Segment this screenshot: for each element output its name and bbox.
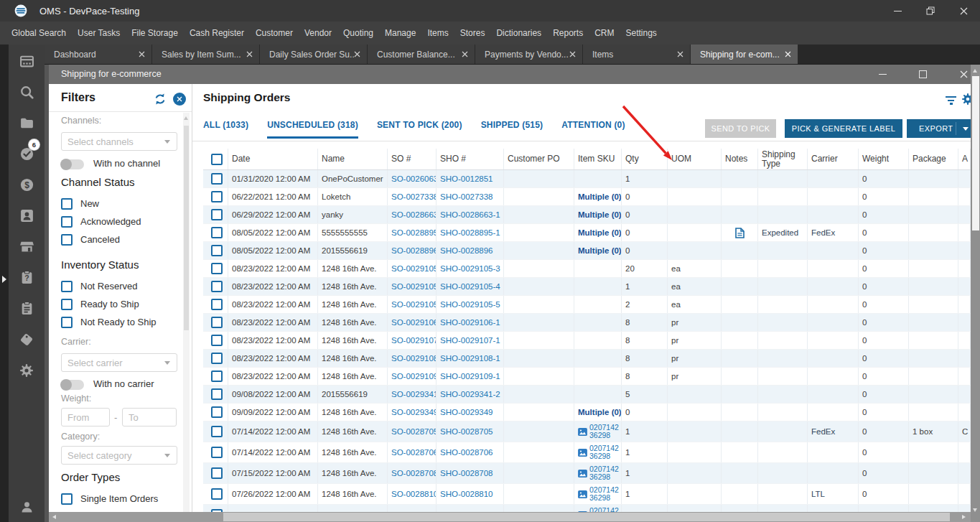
scroll-right-icon[interactable] — [962, 515, 966, 519]
menu-user-tasks[interactable]: User Tasks — [78, 28, 120, 38]
cell-sho-link-text[interactable]: SHO-0029341-2 — [440, 390, 500, 399]
col-package[interactable]: Package — [909, 149, 958, 169]
row-checkbox[interactable] — [211, 426, 223, 437]
cell-so-link-text[interactable]: SO-0028663 — [391, 210, 437, 219]
row-checkbox[interactable] — [211, 447, 223, 458]
cell-so-link-text[interactable]: SO-0029107 — [391, 336, 437, 345]
no-carrier-toggle[interactable] — [61, 380, 84, 390]
sku-image-link[interactable]: 020714236298 — [578, 424, 619, 439]
menu-quoting[interactable]: Quoting — [343, 28, 373, 38]
menu-crm[interactable]: CRM — [594, 28, 614, 38]
row-checkbox[interactable] — [211, 299, 223, 310]
row-checkbox[interactable] — [211, 353, 223, 364]
row-checkbox[interactable] — [211, 488, 223, 500]
sku-number[interactable]: 020714236298 — [589, 486, 619, 502]
row-checkbox[interactable] — [211, 388, 223, 400]
tab-close-icon[interactable] — [246, 50, 253, 60]
sku-image-icon[interactable] — [578, 490, 587, 498]
sku-number[interactable]: 020714236298 — [589, 424, 619, 439]
sku-multiple-link[interactable]: Multiple (0) — [578, 228, 622, 237]
row-checkbox[interactable] — [211, 227, 223, 238]
sku-number[interactable]: 020714236298 — [589, 444, 619, 460]
col-shipping-type[interactable]: Shipping Type — [758, 149, 808, 169]
cell-so-link-text[interactable]: SO-0028705 — [391, 427, 437, 436]
clipboard-question-icon[interactable]: ? — [9, 262, 45, 293]
refresh-filters-icon[interactable] — [154, 93, 167, 106]
row-checkbox[interactable] — [211, 281, 223, 292]
checkbox-single-item-orders[interactable] — [61, 493, 73, 505]
inner-maximize-icon[interactable] — [914, 65, 931, 84]
cell-sho-link-text[interactable]: SHO-0029106-1 — [440, 318, 500, 327]
checkbox-new[interactable] — [61, 198, 73, 210]
checkbox-not-reserved[interactable] — [61, 281, 73, 292]
col-qty[interactable]: Qty — [622, 149, 668, 169]
cell-sho-link-text[interactable]: SHO-0028705 — [440, 427, 493, 436]
menu-vendor[interactable]: Vendor — [304, 28, 332, 38]
sku-image-icon[interactable] — [578, 428, 587, 436]
cell-sho-link-text[interactable]: SHO-0012851 — [440, 174, 493, 183]
export-dropdown-icon[interactable] — [963, 127, 969, 131]
tab-items[interactable]: Items — [583, 45, 691, 64]
cell-so-link-text[interactable]: SO-0029106 — [391, 318, 437, 327]
col-date[interactable]: Date — [228, 149, 318, 169]
tab-daily-sales-order-su[interactable]: Daily Sales Order Su... — [260, 45, 368, 64]
inner-close-icon[interactable] — [955, 65, 971, 84]
sku-image-link[interactable]: 020714236298 — [578, 465, 619, 481]
cell-sho-link-text[interactable]: SHO-0028896 — [440, 246, 493, 255]
scroll-left-icon[interactable] — [52, 515, 56, 519]
row-checkbox[interactable] — [211, 263, 223, 274]
scroll-up-icon[interactable] — [184, 116, 188, 120]
menu-global-search[interactable]: Global Search — [11, 28, 66, 38]
cell-sho-link-text[interactable]: SHO-0029109-1 — [440, 372, 500, 381]
weight-from-input[interactable] — [61, 408, 110, 427]
menu-manage[interactable]: Manage — [385, 28, 416, 38]
col-so[interactable]: SO # — [388, 149, 437, 169]
tab-payments-by-vendo[interactable]: Payments by Vendo... — [475, 45, 583, 64]
cell-sho-link-text[interactable]: SHO-0029107-1 — [440, 336, 500, 345]
expand-panel-icon[interactable] — [2, 276, 6, 283]
sku-number[interactable]: 020714236298 — [589, 507, 619, 512]
menu-customer[interactable]: Customer — [256, 28, 293, 38]
menu-dictionaries[interactable]: Dictionaries — [496, 28, 541, 38]
checkbox-ready-to-ship[interactable] — [61, 299, 73, 310]
col-notes[interactable]: Notes — [722, 149, 758, 169]
menu-settings[interactable]: Settings — [625, 28, 656, 38]
menu-stores[interactable]: Stores — [460, 28, 485, 38]
tab-close-icon[interactable] — [354, 50, 360, 60]
cell-so-link-text[interactable]: SO-0029109 — [391, 372, 437, 381]
filters-scrollbar-thumb[interactable] — [184, 126, 189, 330]
row-checkbox[interactable] — [211, 245, 223, 256]
cell-so-link-text[interactable]: SO-0028895 — [391, 228, 437, 237]
cell-sho-link-text[interactable]: SHO-0029349 — [440, 408, 493, 416]
no-channel-toggle[interactable] — [61, 159, 84, 169]
status-tab-all-1033[interactable]: ALL (1033) — [203, 120, 248, 139]
row-checkbox[interactable] — [211, 317, 223, 328]
export-button[interactable]: EXPORT — [907, 119, 971, 138]
inner-minimize-icon[interactable] — [874, 65, 891, 84]
col-uom[interactable]: UOM — [668, 149, 722, 169]
sku-image-link[interactable]: 020714236298 — [578, 444, 619, 460]
cell-so-link-text[interactable]: SO-0028896 — [391, 246, 437, 255]
vertical-scrollbar-thumb[interactable] — [972, 76, 979, 230]
tab-customer-balance[interactable]: Customer Balance... — [368, 45, 475, 64]
checkbox-acknowledged[interactable] — [61, 216, 73, 228]
checkbox-not-ready-to-ship[interactable] — [61, 317, 73, 328]
restore-icon[interactable] — [914, 0, 947, 22]
col-weight[interactable]: Weight — [859, 149, 909, 169]
row-checkbox[interactable] — [211, 370, 223, 382]
col-sho[interactable]: SHO # — [437, 149, 504, 169]
cell-so-link-text[interactable]: SO-0029341 — [391, 390, 437, 399]
sku-image-icon[interactable] — [578, 449, 587, 457]
tab-close-icon[interactable] — [677, 50, 683, 60]
close-icon[interactable] — [947, 0, 980, 22]
scroll-down-icon[interactable] — [973, 508, 977, 512]
cell-so-link-text[interactable]: SO-0028810 — [391, 490, 437, 498]
cell-so-link-text[interactable]: SO-0026063 — [391, 174, 437, 183]
cell-so-link-text[interactable]: SO-0028708 — [391, 469, 437, 477]
scroll-up-icon[interactable] — [973, 69, 977, 73]
pick-generate-label-button[interactable]: PICK & GENERATE LABEL — [785, 119, 902, 138]
cell-so-link-text[interactable]: SO-0028706 — [391, 448, 437, 457]
search-icon[interactable] — [9, 77, 45, 108]
cell-so-link-text[interactable]: SO-0029108 — [391, 354, 437, 363]
sku-image-icon[interactable] — [578, 470, 587, 477]
